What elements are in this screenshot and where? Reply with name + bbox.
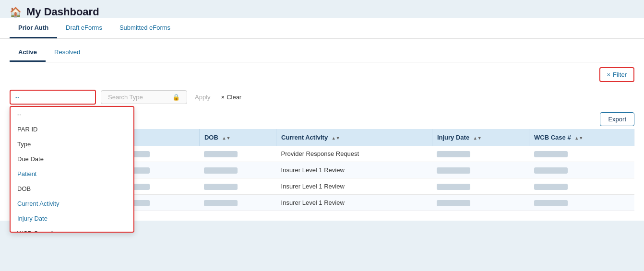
dropdown-item-injury-date[interactable]: Injury Date [11,211,133,226]
cell-wcb-case [529,178,634,195]
search-type-dropdown-wrapper[interactable]: -- -- PAR ID Type Due Date Patient DOB C… [10,90,96,105]
cell-current-activity: Insurer Level 1 Review [276,178,432,195]
cell-injury-date [432,146,529,162]
cell-injury-date [432,178,529,195]
tab-submitted-eforms[interactable]: Submitted eForms [111,18,179,38]
col-header-wcb-case[interactable]: WCB Case # ▲▼ [529,129,634,146]
home-icon[interactable]: 🏠 [10,6,22,18]
cell-current-activity: Insurer Level 1 Review [276,162,432,178]
search-type-select[interactable]: -- [10,90,96,105]
dropdown-item-par-id[interactable]: PAR ID [11,122,133,137]
cell-injury-date [432,195,529,211]
tab-draft-eforms[interactable]: Draft eForms [57,18,111,38]
cell-current-activity: Insurer Level 1 Review [276,195,432,211]
tab-prior-auth[interactable]: Prior Auth [10,18,57,38]
dropdown-item-type[interactable]: Type [11,137,133,152]
dropdown-menu: -- PAR ID Type Due Date Patient DOB Curr… [10,106,134,233]
dropdown-item-dob[interactable]: DOB [11,181,133,196]
col-header-dob[interactable]: DOB ▲▼ [199,129,276,146]
cell-dob [199,178,276,195]
sort-arrows-injury-date[interactable]: ▲▼ [473,136,482,141]
clear-close-icon: × [221,94,225,101]
cell-current-activity: Provider Response Request [276,146,432,162]
cell-wcb-case [529,146,634,162]
dropdown-item-patient[interactable]: Patient [11,166,133,181]
filter-button[interactable]: × Filter [599,67,634,82]
export-button[interactable]: Export [600,112,634,126]
lock-icon: 🔒 [172,94,180,101]
filter-label: Filter [613,71,627,78]
col-header-current-activity[interactable]: Current Activity ▲▼ [276,129,432,146]
cell-dob [199,146,276,162]
cell-injury-date [432,162,529,178]
apply-button[interactable]: Apply [192,91,214,104]
col-header-injury-date[interactable]: Injury Date ▲▼ [432,129,529,146]
dropdown-item-blank[interactable]: -- [11,107,133,122]
cell-wcb-case [529,162,634,178]
search-type-placeholder: Search Type [108,94,169,101]
cell-dob [199,195,276,211]
dropdown-item-wcb-case[interactable]: WCB Case # [11,226,133,232]
clear-button[interactable]: × Clear [218,91,245,104]
dropdown-item-due-date[interactable]: Due Date [11,152,133,166]
cell-wcb-case [529,195,634,211]
dropdown-item-current-activity[interactable]: Current Activity [11,196,133,211]
subtab-resolved[interactable]: Resolved [46,44,89,62]
page-title: My Dashboard [26,6,99,18]
sort-arrows-current-activity[interactable]: ▲▼ [332,136,340,141]
filter-close-icon: × [607,71,611,78]
search-type-field[interactable]: Search Type 🔒 [101,90,187,104]
cell-dob [199,162,276,178]
sort-arrows-wcb-case[interactable]: ▲▼ [574,136,583,141]
sort-arrows-dob[interactable]: ▲▼ [222,136,231,141]
subtab-active[interactable]: Active [10,44,46,62]
clear-label: Clear [227,94,241,101]
